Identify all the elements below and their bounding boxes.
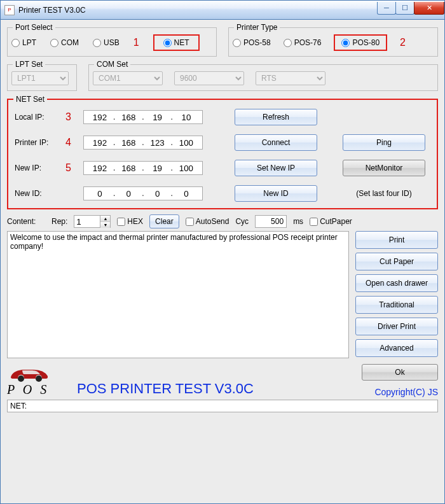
window-title: Printer TEST V3.0C	[18, 6, 86, 15]
app-big-title: POS PRINTER TEST V3.0C	[77, 381, 343, 397]
new-id-label: New ID:	[15, 189, 59, 198]
rep-down-icon: ▼	[100, 222, 110, 228]
com-set-legend: COM Set	[94, 60, 130, 69]
lpt-set-legend: LPT Set	[13, 60, 45, 69]
callout-2: 2	[400, 37, 406, 48]
set-new-ip-button[interactable]: Set New IP	[235, 160, 317, 176]
net-monitor-button[interactable]: NetMonitor	[343, 160, 425, 176]
svg-point-0	[18, 375, 24, 382]
com-port-select: COM1	[93, 71, 163, 85]
radio-usb[interactable]: USB	[93, 38, 120, 47]
local-ip-label: Local IP:	[15, 113, 59, 122]
titlebar[interactable]: P Printer TEST V3.0C ─ ☐ ✕	[1, 1, 444, 20]
copyright-label: Copyright(C) JS	[374, 387, 438, 397]
traditional-button[interactable]: Traditional	[355, 296, 438, 314]
callout-5: 5	[65, 162, 77, 174]
car-icon	[7, 363, 51, 382]
ok-button[interactable]: Ok	[362, 364, 438, 381]
printer-type-legend: Printer Type	[234, 23, 280, 32]
close-button[interactable]: ✕	[414, 2, 444, 15]
callout-1: 1	[134, 37, 139, 48]
radio-lpt[interactable]: LPT	[11, 38, 36, 47]
maximize-button[interactable]: ☐	[395, 2, 414, 15]
advanced-button[interactable]: Advanced	[355, 339, 438, 357]
port-select-legend: Port Select	[13, 23, 55, 32]
cut-paper-button[interactable]: Cut Paper	[355, 253, 438, 270]
callout-3: 3	[65, 111, 77, 123]
connect-button[interactable]: Connect	[235, 134, 317, 151]
content-textarea[interactable]: Welcome to use the impact and thermal pr…	[7, 231, 349, 358]
net-set-legend: NET Set	[13, 95, 47, 104]
driver-print-button[interactable]: Driver Print	[355, 318, 438, 335]
minimize-button[interactable]: ─	[377, 2, 396, 15]
pos-logo-text: P O S	[7, 382, 71, 397]
printer-ip-label: Printer IP:	[15, 138, 59, 147]
client-area: Port Select LPT COM USB 1 NET Printer Ty…	[1, 20, 444, 503]
callout-4: 4	[65, 137, 77, 148]
refresh-button[interactable]: Refresh	[235, 109, 317, 125]
lpt-select: LPT1	[11, 71, 69, 85]
app-window: P Printer TEST V3.0C ─ ☐ ✕ Port Select L…	[0, 0, 445, 504]
new-id-input[interactable]: . . .	[83, 186, 203, 200]
cyc-input[interactable]	[255, 215, 287, 228]
new-ip-input[interactable]: . . .	[83, 161, 203, 175]
radio-pos76[interactable]: POS-76	[284, 38, 322, 47]
new-ip-label: New IP:	[15, 164, 59, 172]
com-flow-select: RTS	[256, 71, 325, 85]
open-cash-drawer-button[interactable]: Open cash drawer	[355, 274, 438, 292]
status-bar: NET:	[7, 400, 438, 412]
radio-pos80[interactable]: POS-80	[334, 34, 387, 51]
rep-label: Rep:	[51, 217, 67, 226]
cutpaper-checkbox[interactable]: CutPaper	[310, 217, 352, 226]
ping-button[interactable]: Ping	[343, 134, 425, 151]
svg-point-1	[36, 375, 42, 382]
rep-up-icon: ▲	[100, 216, 110, 222]
com-baud-select: 9600	[174, 71, 244, 85]
rep-spinner[interactable]: ▲▼	[74, 215, 111, 228]
set-last-four-label: (Set last four ID)	[343, 189, 425, 198]
print-button[interactable]: Print	[355, 231, 438, 249]
radio-pos58[interactable]: POS-58	[233, 38, 271, 47]
content-label: Content:	[7, 217, 45, 226]
local-ip-input[interactable]: . . .	[83, 110, 203, 124]
radio-net[interactable]: NET	[153, 34, 200, 51]
cyc-unit: ms	[293, 217, 303, 226]
printer-ip-input[interactable]: . . .	[83, 136, 203, 150]
cyc-label: Cyc	[235, 217, 249, 226]
hex-checkbox[interactable]: HEX	[117, 217, 143, 226]
autosend-checkbox[interactable]: AutoSend	[186, 217, 229, 226]
app-icon: P	[4, 5, 15, 15]
clear-button[interactable]: Clear	[149, 214, 179, 228]
new-id-button[interactable]: New ID	[235, 185, 317, 202]
radio-com[interactable]: COM	[50, 38, 79, 47]
